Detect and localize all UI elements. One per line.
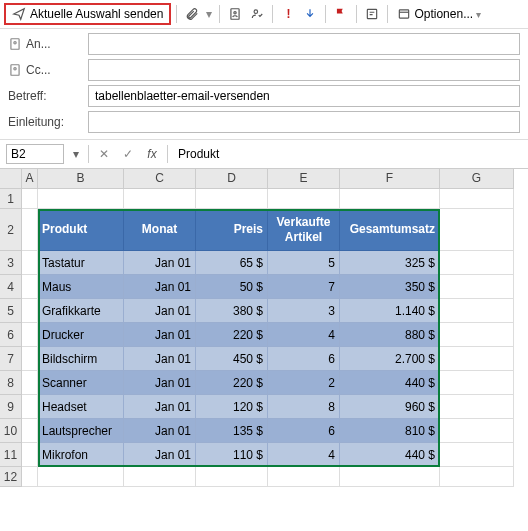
cell[interactable]: [340, 189, 440, 209]
cc-button[interactable]: Cc...: [8, 63, 82, 77]
options-button[interactable]: Optionen... ▾: [393, 5, 485, 23]
cell[interactable]: [440, 467, 514, 487]
cell[interactable]: 440 $: [340, 443, 440, 467]
cell[interactable]: Jan 01: [124, 251, 196, 275]
cell[interactable]: [440, 189, 514, 209]
cell[interactable]: Drucker: [38, 323, 124, 347]
enter-formula-button[interactable]: ✓: [119, 147, 137, 161]
row-header[interactable]: 12: [0, 467, 22, 487]
importance-low-icon[interactable]: [300, 4, 320, 24]
cell[interactable]: [124, 189, 196, 209]
send-selection-button[interactable]: Aktuelle Auswahl senden: [4, 3, 171, 25]
cell[interactable]: 2.700 $: [340, 347, 440, 371]
cell[interactable]: 220 $: [196, 371, 268, 395]
cell[interactable]: Grafikkarte: [38, 299, 124, 323]
cell[interactable]: [38, 467, 124, 487]
cell[interactable]: 325 $: [340, 251, 440, 275]
cell[interactable]: 7: [268, 275, 340, 299]
cell[interactable]: 120 $: [196, 395, 268, 419]
cell[interactable]: 50 $: [196, 275, 268, 299]
cell[interactable]: Mikrofon: [38, 443, 124, 467]
col-header[interactable]: C: [124, 169, 196, 189]
namebox-dropdown[interactable]: ▾: [70, 147, 82, 161]
table-header[interactable]: Monat: [124, 209, 196, 251]
cell[interactable]: 3: [268, 299, 340, 323]
cell[interactable]: [22, 443, 38, 467]
name-box[interactable]: [6, 144, 64, 164]
flag-icon[interactable]: [331, 4, 351, 24]
cell[interactable]: Jan 01: [124, 347, 196, 371]
address-book-icon[interactable]: [225, 4, 245, 24]
row-header[interactable]: 10: [0, 419, 22, 443]
cell[interactable]: [22, 189, 38, 209]
cell[interactable]: [440, 443, 514, 467]
cell[interactable]: Jan 01: [124, 419, 196, 443]
row-header[interactable]: 6: [0, 323, 22, 347]
cell[interactable]: [22, 299, 38, 323]
col-header[interactable]: F: [340, 169, 440, 189]
cell[interactable]: 110 $: [196, 443, 268, 467]
chevron-down-icon[interactable]: ▾: [204, 4, 214, 24]
cell[interactable]: [440, 323, 514, 347]
cancel-formula-button[interactable]: ✕: [95, 147, 113, 161]
cell[interactable]: [22, 419, 38, 443]
permission-icon[interactable]: [362, 4, 382, 24]
cell[interactable]: [340, 467, 440, 487]
cell[interactable]: [22, 275, 38, 299]
cell[interactable]: 220 $: [196, 323, 268, 347]
row-header[interactable]: 9: [0, 395, 22, 419]
cell[interactable]: 350 $: [340, 275, 440, 299]
cell[interactable]: Jan 01: [124, 275, 196, 299]
cell[interactable]: [196, 467, 268, 487]
table-header[interactable]: Verkaufte Artikel: [268, 209, 340, 251]
row-header[interactable]: 1: [0, 189, 22, 209]
cell[interactable]: 6: [268, 419, 340, 443]
cell[interactable]: [22, 209, 38, 251]
cell[interactable]: [440, 347, 514, 371]
table-header[interactable]: Gesamtumsatz: [340, 209, 440, 251]
row-header[interactable]: 11: [0, 443, 22, 467]
to-field[interactable]: [88, 33, 520, 55]
cell[interactable]: [440, 209, 514, 251]
cell[interactable]: [440, 251, 514, 275]
cell[interactable]: [22, 251, 38, 275]
cell[interactable]: 450 $: [196, 347, 268, 371]
formula-input[interactable]: [174, 145, 522, 163]
row-header[interactable]: 2: [0, 209, 22, 251]
insert-function-button[interactable]: fx: [143, 147, 161, 161]
select-all-corner[interactable]: [0, 169, 22, 189]
cell[interactable]: [22, 395, 38, 419]
cell[interactable]: Jan 01: [124, 443, 196, 467]
col-header[interactable]: E: [268, 169, 340, 189]
row-header[interactable]: 3: [0, 251, 22, 275]
subject-field[interactable]: [88, 85, 520, 107]
col-header[interactable]: A: [22, 169, 38, 189]
cell[interactable]: [440, 299, 514, 323]
intro-field[interactable]: [88, 111, 520, 133]
cell[interactable]: 810 $: [340, 419, 440, 443]
row-header[interactable]: 8: [0, 371, 22, 395]
cell[interactable]: 1.140 $: [340, 299, 440, 323]
cell[interactable]: [440, 275, 514, 299]
cell[interactable]: [268, 189, 340, 209]
cell[interactable]: Jan 01: [124, 299, 196, 323]
cell[interactable]: Jan 01: [124, 323, 196, 347]
cell[interactable]: [22, 323, 38, 347]
cell[interactable]: Maus: [38, 275, 124, 299]
cell[interactable]: 380 $: [196, 299, 268, 323]
table-header[interactable]: Produkt: [38, 209, 124, 251]
cell[interactable]: Lautsprecher: [38, 419, 124, 443]
cell[interactable]: [440, 371, 514, 395]
cell[interactable]: 880 $: [340, 323, 440, 347]
col-header[interactable]: B: [38, 169, 124, 189]
cell[interactable]: [22, 371, 38, 395]
attach-icon[interactable]: [182, 4, 202, 24]
cell[interactable]: 65 $: [196, 251, 268, 275]
col-header[interactable]: D: [196, 169, 268, 189]
cell[interactable]: 440 $: [340, 371, 440, 395]
cell[interactable]: [38, 189, 124, 209]
cell[interactable]: 5: [268, 251, 340, 275]
cell[interactable]: Jan 01: [124, 371, 196, 395]
cell[interactable]: Bildschirm: [38, 347, 124, 371]
cell[interactable]: [440, 419, 514, 443]
